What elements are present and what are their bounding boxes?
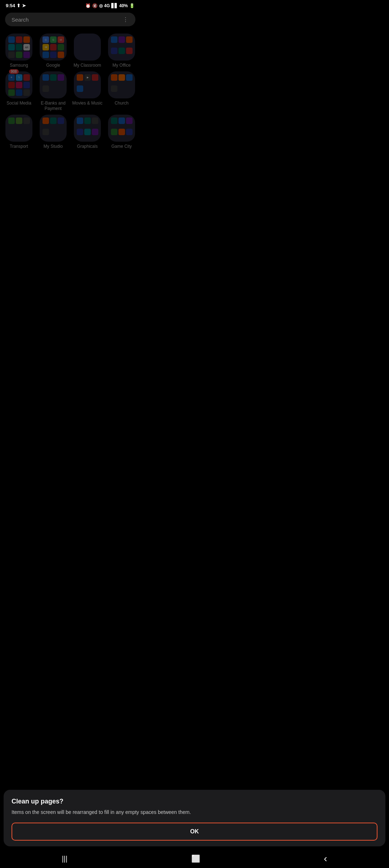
folder-google: G G M 🗺 xyxy=(40,34,67,61)
folder-graphicals xyxy=(74,115,101,142)
folder-ebanks xyxy=(40,71,67,98)
app-item-graphicals[interactable]: Graphicals xyxy=(72,115,103,149)
search-placeholder: Search xyxy=(12,17,29,23)
alarm-icon: ⏰ xyxy=(85,3,91,8)
app-label-game-city: Game City xyxy=(111,144,132,149)
app-label-google: Google xyxy=(46,63,60,68)
app-label-samsung: Samsung xyxy=(10,63,28,68)
app-label-my-studio: My Studio xyxy=(44,144,63,149)
app-grid: AR Samsung G G M 🗺 Google My Classroom xyxy=(0,32,140,151)
app-item-ebanks[interactable]: E-Banks and Payment xyxy=(38,71,68,111)
app-item-samsung[interactable]: AR Samsung xyxy=(4,34,34,68)
folder-social-media: 908 ✈ 𝕏 xyxy=(5,71,32,98)
app-item-my-studio[interactable]: My Studio xyxy=(38,115,68,149)
app-item-google[interactable]: G G M 🗺 Google xyxy=(38,34,68,68)
upload-icon: ⬆ xyxy=(17,3,21,8)
folder-my-classroom xyxy=(74,34,101,61)
search-bar[interactable]: Search ⋮ xyxy=(5,13,135,26)
app-label-social-media: Social Media xyxy=(6,101,31,106)
app-label-my-classroom: My Classroom xyxy=(73,63,101,68)
app-label-church: Church xyxy=(115,101,129,106)
app-item-movies-music[interactable]: ▶ Movies & Music xyxy=(72,71,103,111)
app-label-ebanks: E-Banks and Payment xyxy=(38,101,68,111)
app-item-social-media[interactable]: 908 ✈ 𝕏 Social Media xyxy=(4,71,34,111)
signal-icon: ▋▋ xyxy=(111,3,118,8)
app-item-my-classroom[interactable]: My Classroom xyxy=(72,34,103,68)
app-label-my-office: My Office xyxy=(112,63,130,68)
status-left: 9:54 ⬆ ➤ xyxy=(6,3,26,8)
app-label-transport: Transport xyxy=(10,144,28,149)
time: 9:54 xyxy=(6,3,15,8)
folder-movies-music: ▶ xyxy=(74,71,101,98)
app-label-movies-music: Movies & Music xyxy=(72,101,102,106)
folder-church xyxy=(108,71,135,98)
battery: 40% xyxy=(119,3,128,8)
status-right: ⏰ 🔇 ◎ 4G ▋▋ 40% 🔋 xyxy=(85,3,135,8)
folder-my-studio xyxy=(40,115,67,142)
status-bar: 9:54 ⬆ ➤ ⏰ 🔇 ◎ 4G ▋▋ 40% 🔋 xyxy=(0,0,140,10)
app-item-game-city[interactable]: Game City xyxy=(106,115,137,149)
folder-samsung: AR xyxy=(5,34,32,61)
app-item-my-office[interactable]: My Office xyxy=(106,34,137,68)
wifi-icon: ◎ xyxy=(99,3,103,8)
battery-icon: 🔋 xyxy=(129,3,135,8)
folder-transport xyxy=(5,115,32,142)
search-options-icon[interactable]: ⋮ xyxy=(123,16,129,23)
folder-my-office xyxy=(108,34,135,61)
network-icon: 4G xyxy=(104,3,110,8)
mute-icon: 🔇 xyxy=(92,3,98,8)
app-label-graphicals: Graphicals xyxy=(77,144,98,149)
app-item-church[interactable]: Church xyxy=(106,71,137,111)
app-item-transport[interactable]: Transport xyxy=(4,115,34,149)
folder-game-city xyxy=(108,115,135,142)
social-media-badge: 908 xyxy=(9,69,19,74)
location-icon: ➤ xyxy=(22,3,26,8)
